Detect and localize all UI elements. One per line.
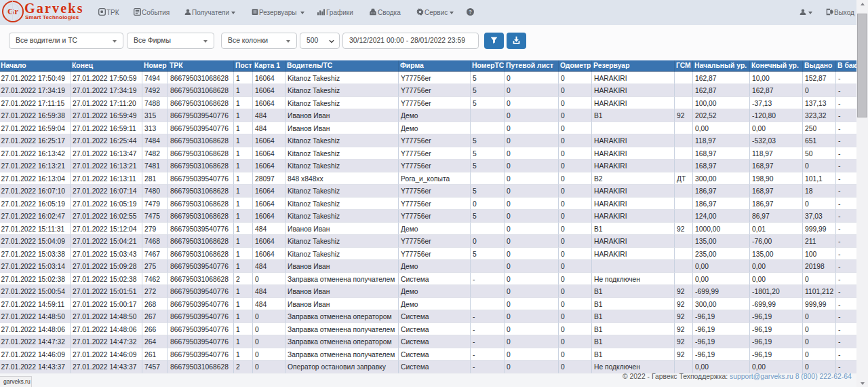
svg-text:?: ? [469, 9, 472, 15]
